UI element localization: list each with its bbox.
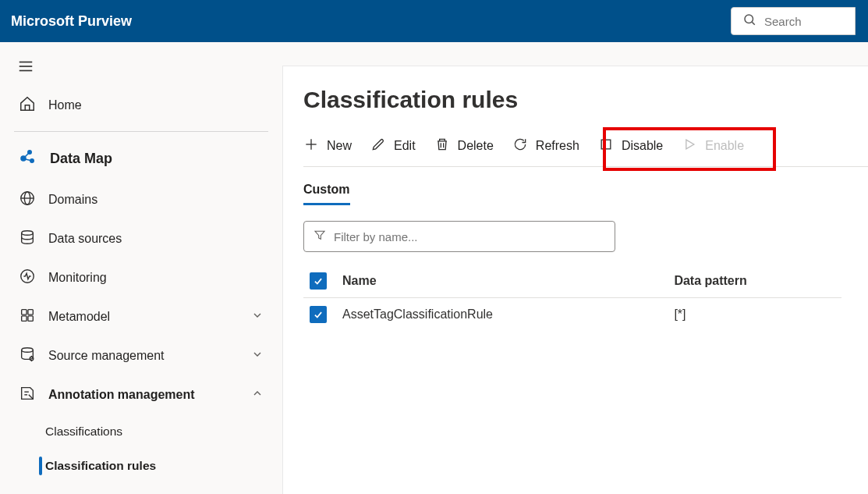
disable-button[interactable]: Disable (598, 137, 663, 155)
edit-icon (370, 137, 386, 155)
delete-button[interactable]: Delete (434, 137, 494, 155)
sidebar-divider (14, 131, 268, 132)
select-all-checkbox[interactable] (310, 272, 327, 290)
sidebar-label: Source management (48, 349, 165, 363)
sidebar-item-home[interactable]: Home (14, 86, 268, 125)
svg-point-13 (22, 231, 34, 236)
svg-line-9 (26, 159, 31, 161)
cell-rule-name: AssetTagClassificationRule (336, 298, 668, 332)
sidebar: Home Data Map Domains Data s (0, 42, 282, 494)
sidebar-label-home: Home (48, 98, 82, 112)
refresh-icon (512, 137, 528, 155)
tab-custom[interactable]: Custom (303, 183, 350, 205)
cell-rule-pattern: [*] (668, 298, 841, 332)
chevron-down-icon (251, 309, 264, 325)
play-icon (682, 137, 697, 155)
source-management-icon (19, 346, 36, 366)
chevron-up-icon (251, 387, 264, 403)
column-header-name[interactable]: Name (336, 265, 668, 298)
sidebar-label: Metamodel (48, 310, 110, 324)
sidebar-sub-label: Classification rules (45, 459, 156, 473)
edit-button[interactable]: Edit (370, 137, 416, 155)
page-title: Classification rules (303, 87, 868, 113)
plus-icon (303, 137, 319, 155)
search-icon (742, 12, 764, 30)
filter-icon (314, 229, 334, 244)
sidebar-subitem-classification-rules[interactable]: Classification rules (45, 449, 268, 483)
sidebar-sub-label: Classifications (45, 425, 122, 439)
sidebar-label: Annotation management (48, 388, 195, 402)
sidebar-section-title: Data Map (50, 151, 112, 167)
home-icon (19, 95, 36, 116)
svg-point-0 (745, 15, 753, 23)
sidebar-item-annotation-management[interactable]: Annotation management (14, 375, 268, 414)
table-row[interactable]: AssetTagClassificationRule [*] (303, 298, 841, 332)
svg-marker-28 (686, 140, 694, 149)
square-icon (598, 137, 614, 155)
sidebar-item-monitoring[interactable]: Monitoring (14, 258, 268, 297)
monitoring-icon (19, 268, 36, 288)
svg-rect-17 (22, 316, 27, 321)
svg-rect-16 (28, 310, 33, 315)
filter-text-field[interactable] (334, 230, 605, 243)
row-checkbox[interactable] (310, 306, 327, 323)
enable-button: Enable (682, 137, 744, 155)
top-header: Microsoft Purview (0, 0, 868, 42)
svg-rect-27 (601, 140, 611, 149)
brand-title: Microsoft Purview (11, 13, 132, 30)
sidebar-subitem-classifications[interactable]: Classifications (45, 414, 268, 449)
sidebar-item-metamodel[interactable]: Metamodel (14, 297, 268, 336)
sidebar-section-data-map[interactable]: Data Map (14, 137, 268, 180)
command-bar: New Edit Delete Refresh Disable Enable (303, 130, 868, 167)
svg-rect-15 (22, 310, 27, 315)
svg-rect-18 (28, 316, 33, 321)
chevron-down-icon (251, 348, 264, 364)
svg-marker-29 (315, 231, 324, 239)
rules-table: Name Data pattern AssetTagClassification… (303, 265, 841, 331)
sidebar-label: Domains (48, 193, 97, 207)
svg-point-7 (30, 159, 34, 162)
search-input[interactable] (764, 15, 842, 28)
new-button[interactable]: New (303, 137, 352, 155)
sidebar-label: Data sources (48, 232, 122, 246)
sidebar-label: Monitoring (48, 271, 107, 285)
trash-icon (434, 137, 450, 155)
sidebar-item-source-management[interactable]: Source management (14, 336, 268, 375)
svg-line-8 (25, 154, 29, 158)
globe-icon (19, 190, 36, 210)
data-map-icon (19, 147, 37, 169)
annotation-icon (19, 385, 36, 405)
metamodel-icon (19, 307, 36, 327)
sidebar-item-domains[interactable]: Domains (14, 180, 268, 219)
tab-bar: Custom (303, 183, 868, 205)
column-header-pattern[interactable]: Data pattern (668, 265, 841, 298)
global-search[interactable] (731, 7, 856, 35)
svg-line-1 (752, 22, 754, 24)
refresh-button[interactable]: Refresh (512, 137, 579, 155)
hamburger-icon[interactable] (17, 64, 34, 77)
main-content: Classification rules New Edit Delete Ref… (282, 66, 868, 494)
database-icon (19, 229, 36, 249)
svg-point-19 (22, 348, 34, 353)
sidebar-item-data-sources[interactable]: Data sources (14, 219, 268, 258)
filter-input[interactable] (303, 221, 615, 252)
